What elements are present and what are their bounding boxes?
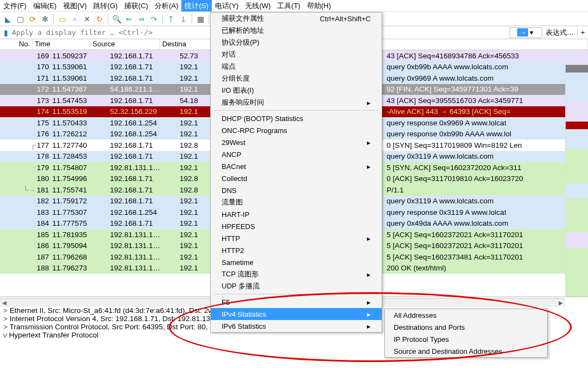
menubar: 文件(F)编辑(E)视图(V)跳转(G)捕获(C)分析(A)统计(S)电话(Y)… xyxy=(0,0,588,12)
stats-item[interactable]: IPv6 Statistics▸ xyxy=(211,320,382,332)
ipv4-submenu-item[interactable]: Source and Destination Addresses xyxy=(385,345,547,357)
stats-item[interactable]: 服务响应时间▸ xyxy=(211,96,382,108)
prev-icon[interactable]: ⇐ xyxy=(124,14,134,25)
stats-item[interactable]: I/O 图表(I) xyxy=(211,85,382,96)
stop-icon[interactable]: ▢ xyxy=(15,14,26,25)
stats-item[interactable]: 29West▸ xyxy=(211,136,382,148)
shark-fin-icon[interactable]: ◣ xyxy=(2,14,13,25)
filter-apply[interactable]: →▾ xyxy=(510,27,542,38)
scroll-left-icon[interactable]: ◄ xyxy=(0,299,9,307)
reload-icon[interactable]: ↻ xyxy=(94,14,105,25)
stats-item[interactable]: HTTP2 xyxy=(211,244,382,256)
stats-item[interactable]: 已解析的地址 xyxy=(211,25,382,37)
stats-item[interactable]: BACnet▸ xyxy=(211,160,382,172)
autoscroll-icon[interactable]: ▦ xyxy=(195,14,206,25)
menu-0[interactable]: 文件(F) xyxy=(0,0,30,11)
stats-item[interactable]: 协议分级(P) xyxy=(211,37,382,49)
menu-5[interactable]: 分析(A) xyxy=(151,0,181,11)
find-icon[interactable]: 🔍 xyxy=(111,14,122,25)
ipv4-submenu-item[interactable]: All Addresses xyxy=(385,309,547,321)
goto-icon[interactable]: ↷ xyxy=(149,14,160,25)
menu-3[interactable]: 跳转(G) xyxy=(90,0,121,11)
stats-item[interactable]: 分组长度 xyxy=(211,73,382,85)
packet-minimap[interactable] xyxy=(565,50,588,297)
save-icon[interactable]: ▫ xyxy=(69,14,80,25)
stats-item[interactable]: Collectd xyxy=(211,172,382,184)
stats-item[interactable]: Sametime xyxy=(211,256,382,268)
stats-item[interactable]: 流量图 xyxy=(211,196,382,208)
stats-item[interactable]: HART-IP xyxy=(211,208,382,220)
add-filter-button[interactable]: + xyxy=(577,28,588,37)
menu-9[interactable]: 工具(T) xyxy=(274,0,304,11)
first-icon[interactable]: ⤒ xyxy=(166,14,176,25)
stats-item[interactable]: ANCP xyxy=(211,148,382,160)
menu-7[interactable]: 电话(Y) xyxy=(212,0,242,11)
stats-item[interactable]: HTTP▸ xyxy=(211,232,382,244)
menu-10[interactable]: 帮助(H) xyxy=(304,0,334,11)
col-header-no[interactable]: No. xyxy=(0,39,33,50)
stats-item[interactable]: DHCP (BOOTP) Statistics xyxy=(211,112,382,124)
menu-1[interactable]: 编辑(E) xyxy=(30,0,60,11)
expression-button[interactable]: 表达式… xyxy=(542,28,577,38)
ipv4-statistics-submenu: All AddressesDestinations and PortsIP Pr… xyxy=(384,309,548,358)
stats-item[interactable]: DNS xyxy=(211,184,382,196)
stats-item[interactable]: 捕获文件属性Ctrl+Alt+Shift+C xyxy=(211,13,382,25)
menu-6[interactable]: 统计(S) xyxy=(181,0,211,11)
next-icon[interactable]: ⇒ xyxy=(136,14,147,25)
stats-item[interactable]: IPv4 Statistics▸ xyxy=(211,308,382,320)
stats-item[interactable]: 端点 xyxy=(211,61,382,73)
col-header-source[interactable]: Source xyxy=(90,39,160,50)
menu-4[interactable]: 捕获(C) xyxy=(121,0,151,11)
bookmark-icon[interactable]: ▮ xyxy=(0,28,12,37)
scroll-right-icon[interactable]: ► xyxy=(556,299,565,307)
col-header-dest[interactable]: Destina xyxy=(160,39,215,50)
last-icon[interactable]: ⤓ xyxy=(178,14,189,25)
stats-item[interactable]: F5▸ xyxy=(211,296,382,308)
ipv4-submenu-item[interactable]: IP Protocol Types xyxy=(385,333,547,345)
stats-item[interactable]: ONC-RPC Programs xyxy=(211,124,382,136)
close-icon[interactable]: ✕ xyxy=(82,14,93,25)
restart-icon[interactable]: ⟳ xyxy=(27,14,38,25)
open-icon[interactable]: ▭ xyxy=(57,14,68,25)
stats-item[interactable]: UDP 多播流 xyxy=(211,280,382,292)
options-icon[interactable]: ✻ xyxy=(40,14,51,25)
menu-2[interactable]: 视图(V) xyxy=(60,0,90,11)
menu-8[interactable]: 无线(W) xyxy=(242,0,274,11)
col-header-time[interactable]: Time xyxy=(33,39,90,50)
stats-item[interactable]: 对话 xyxy=(211,49,382,61)
stats-item[interactable]: TCP 流图形▸ xyxy=(211,268,382,280)
ipv4-submenu-item[interactable]: Destinations and Ports xyxy=(385,321,547,333)
stats-item[interactable]: HPFEEDS xyxy=(211,220,382,232)
statistics-menu: 捕获文件属性Ctrl+Alt+Shift+C已解析的地址协议分级(P)对话端点分… xyxy=(210,12,382,333)
